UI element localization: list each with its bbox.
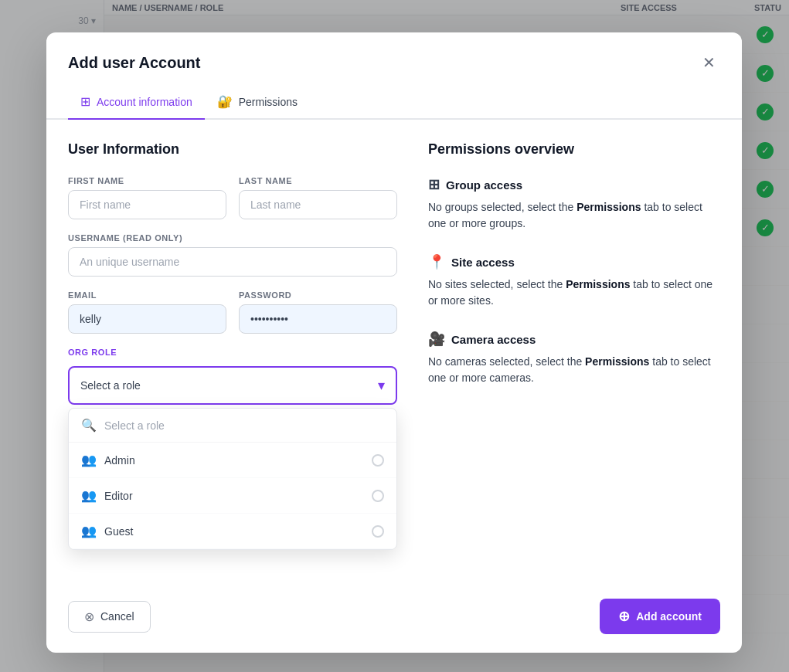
- email-password-row: EMAIL PASSWORD: [68, 290, 397, 334]
- username-group: USERNAME (READ ONLY): [68, 233, 397, 277]
- tab-account-label: Account information: [97, 96, 192, 108]
- site-access-heading: 📍 Site access: [428, 253, 720, 270]
- camera-access-title: Camera access: [451, 333, 536, 346]
- dropdown-search-row: 🔍: [69, 409, 396, 443]
- role-option-admin[interactable]: 👥 Admin: [69, 443, 396, 478]
- org-role-label: ORG ROLE: [68, 348, 397, 357]
- modal-header: Add user Account ✕: [46, 32, 742, 87]
- first-name-group: FIRST NAME: [68, 176, 226, 219]
- modal-title: Add user Account: [68, 54, 201, 72]
- role-dropdown-button[interactable]: Select a role ▾: [68, 366, 397, 405]
- email-input[interactable]: [68, 304, 226, 334]
- role-dropdown-wrapper: Select a role ▾ 🔍 👥 Admin: [68, 366, 397, 405]
- last-name-label: LAST NAME: [239, 176, 397, 185]
- site-access-icon: 📍: [428, 253, 445, 270]
- role-dropdown-menu: 🔍 👥 Admin 👥: [68, 408, 397, 550]
- guest-role-icon: 👥: [81, 524, 97, 538]
- dropdown-search-input[interactable]: [104, 419, 384, 432]
- cancel-icon: ⊗: [84, 609, 94, 624]
- modal-tabs: ⊞ Account information 🔐 Permissions: [46, 87, 742, 120]
- account-tab-icon: ⊞: [80, 94, 90, 109]
- add-user-modal: Add user Account ✕ ⊞ Account information…: [46, 32, 742, 653]
- editor-radio[interactable]: [372, 490, 384, 502]
- chevron-down-icon: ▾: [378, 377, 385, 394]
- role-option-guest[interactable]: 👥 Guest: [69, 514, 396, 549]
- admin-role-icon: 👥: [81, 453, 97, 467]
- camera-access-icon: 🎥: [428, 331, 445, 348]
- org-role-group: ORG ROLE Select a role ▾ 🔍: [68, 348, 397, 405]
- add-account-button[interactable]: ⊕ Add account: [600, 599, 720, 634]
- guest-label: Guest: [104, 525, 133, 538]
- search-icon: 🔍: [81, 418, 97, 433]
- username-label: USERNAME (READ ONLY): [68, 233, 397, 243]
- site-access-section: 📍 Site access No sites selected, select …: [428, 253, 720, 309]
- cancel-label: Cancel: [100, 610, 134, 623]
- add-account-icon: ⊕: [618, 608, 630, 625]
- modal-footer: ⊗ Cancel ⊕ Add account: [46, 583, 742, 653]
- permissions-tab-icon: 🔐: [217, 94, 233, 109]
- role-option-editor[interactable]: 👥 Editor: [69, 478, 396, 514]
- group-access-section: ⊞ Group access No groups selected, selec…: [428, 176, 720, 232]
- last-name-input[interactable]: [239, 190, 397, 219]
- camera-access-desc: No cameras selected, select the Permissi…: [428, 354, 720, 386]
- cancel-button[interactable]: ⊗ Cancel: [68, 601, 151, 633]
- group-access-icon: ⊞: [428, 176, 440, 193]
- tab-account-information[interactable]: ⊞ Account information: [68, 87, 205, 120]
- password-input[interactable]: [239, 304, 397, 334]
- password-label: PASSWORD: [239, 290, 397, 300]
- editor-label: Editor: [104, 490, 133, 502]
- group-access-title: Group access: [446, 178, 522, 192]
- camera-access-section: 🎥 Camera access No cameras selected, sel…: [428, 331, 720, 386]
- guest-radio[interactable]: [372, 525, 384, 538]
- last-name-group: LAST NAME: [239, 176, 397, 219]
- editor-role-icon: 👥: [81, 488, 97, 503]
- left-panel: User Information FIRST NAME LAST NAME US…: [68, 141, 397, 583]
- close-button[interactable]: ✕: [697, 51, 720, 74]
- user-info-title: User Information: [68, 141, 397, 158]
- name-row: FIRST NAME LAST NAME: [68, 176, 397, 219]
- email-group: EMAIL: [68, 290, 226, 334]
- group-access-desc: No groups selected, select the Permissio…: [428, 199, 720, 232]
- first-name-label: FIRST NAME: [68, 176, 226, 185]
- tab-permissions[interactable]: 🔐 Permissions: [205, 87, 310, 120]
- admin-radio[interactable]: [372, 454, 384, 467]
- admin-label: Admin: [104, 454, 135, 467]
- username-input[interactable]: [68, 247, 397, 277]
- site-access-title: Site access: [451, 256, 515, 269]
- username-row: USERNAME (READ ONLY): [68, 233, 397, 277]
- site-access-desc: No sites selected, select the Permission…: [428, 277, 720, 309]
- tab-permissions-label: Permissions: [239, 96, 298, 108]
- permissions-overview-title: Permissions overview: [428, 141, 720, 158]
- right-panel: Permissions overview ⊞ Group access No g…: [428, 141, 720, 583]
- group-access-heading: ⊞ Group access: [428, 176, 720, 193]
- email-label: EMAIL: [68, 290, 226, 300]
- modal-body: User Information FIRST NAME LAST NAME US…: [46, 120, 742, 583]
- add-account-label: Add account: [636, 610, 702, 623]
- camera-access-heading: 🎥 Camera access: [428, 331, 720, 348]
- first-name-input[interactable]: [68, 190, 226, 219]
- role-dropdown-value: Select a role: [80, 379, 141, 392]
- password-group: PASSWORD: [239, 290, 397, 334]
